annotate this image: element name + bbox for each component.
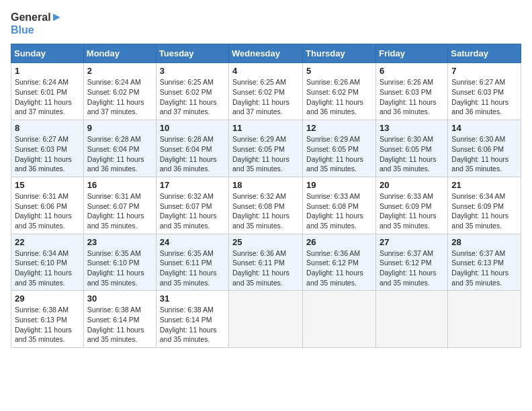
day-detail: Sunrise: 6:31 AMSunset: 6:06 PMDaylight:… [15, 192, 72, 230]
day-detail: Sunrise: 6:30 AMSunset: 6:06 PMDaylight:… [451, 135, 508, 173]
day-number: 28 [451, 237, 517, 247]
calendar-cell: 20 Sunrise: 6:33 AMSunset: 6:09 PMDaylig… [375, 177, 447, 234]
calendar-cell: 8 Sunrise: 6:27 AMSunset: 6:03 PMDayligh… [11, 120, 84, 177]
day-detail: Sunrise: 6:38 AMSunset: 6:14 PMDaylight:… [160, 306, 217, 343]
calendar-cell: 22 Sunrise: 6:34 AMSunset: 6:10 PMDaylig… [11, 234, 84, 291]
day-number: 30 [87, 293, 152, 304]
logo-blue: Blue [11, 24, 62, 36]
calendar-week-row: 8 Sunrise: 6:27 AMSunset: 6:03 PMDayligh… [11, 120, 521, 177]
day-detail: Sunrise: 6:34 AMSunset: 6:10 PMDaylight:… [15, 249, 72, 287]
calendar-cell [229, 291, 303, 348]
day-detail: Sunrise: 6:36 AMSunset: 6:12 PMDaylight:… [306, 249, 363, 287]
day-detail: Sunrise: 6:28 AMSunset: 6:04 PMDaylight:… [87, 135, 144, 173]
col-header-monday: Monday [83, 44, 156, 63]
logo-triangle: ► [51, 10, 63, 24]
day-detail: Sunrise: 6:38 AMSunset: 6:13 PMDaylight:… [15, 306, 72, 343]
day-number: 22 [15, 237, 80, 247]
day-detail: Sunrise: 6:27 AMSunset: 6:03 PMDaylight:… [15, 135, 72, 173]
calendar-cell: 21 Sunrise: 6:34 AMSunset: 6:09 PMDaylig… [448, 177, 521, 234]
day-detail: Sunrise: 6:34 AMSunset: 6:09 PMDaylight:… [451, 192, 508, 230]
day-detail: Sunrise: 6:38 AMSunset: 6:14 PMDaylight:… [87, 306, 144, 343]
calendar-cell: 5 Sunrise: 6:26 AMSunset: 6:02 PMDayligh… [303, 63, 376, 120]
calendar-cell [303, 291, 376, 348]
day-number: 26 [306, 237, 372, 247]
day-detail: Sunrise: 6:29 AMSunset: 6:05 PMDaylight:… [306, 135, 363, 173]
day-detail: Sunrise: 6:33 AMSunset: 6:08 PMDaylight:… [306, 192, 363, 230]
day-number: 4 [232, 66, 299, 76]
day-detail: Sunrise: 6:33 AMSunset: 6:09 PMDaylight:… [380, 192, 437, 230]
day-number: 13 [380, 123, 444, 133]
day-number: 1 [15, 66, 80, 76]
calendar-cell: 26 Sunrise: 6:36 AMSunset: 6:12 PMDaylig… [303, 234, 376, 291]
logo-general: General [11, 11, 51, 23]
calendar-cell [448, 291, 521, 348]
day-number: 24 [160, 237, 225, 247]
day-number: 11 [232, 123, 299, 133]
day-detail: Sunrise: 6:37 AMSunset: 6:13 PMDaylight:… [451, 249, 508, 287]
calendar-cell: 14 Sunrise: 6:30 AMSunset: 6:06 PMDaylig… [448, 120, 521, 177]
day-detail: Sunrise: 6:35 AMSunset: 6:10 PMDaylight:… [87, 249, 144, 287]
calendar-cell: 1 Sunrise: 6:24 AMSunset: 6:01 PMDayligh… [11, 63, 84, 120]
col-header-sunday: Sunday [11, 44, 84, 63]
day-number: 19 [306, 180, 372, 190]
calendar-cell: 2 Sunrise: 6:24 AMSunset: 6:02 PMDayligh… [83, 63, 156, 120]
day-number: 21 [451, 180, 517, 190]
day-detail: Sunrise: 6:32 AMSunset: 6:08 PMDaylight:… [232, 192, 290, 230]
calendar-cell: 29 Sunrise: 6:38 AMSunset: 6:13 PMDaylig… [11, 291, 84, 348]
day-number: 25 [232, 237, 299, 247]
day-detail: Sunrise: 6:32 AMSunset: 6:07 PMDaylight:… [160, 192, 217, 230]
calendar-cell: 27 Sunrise: 6:37 AMSunset: 6:12 PMDaylig… [375, 234, 447, 291]
col-header-tuesday: Tuesday [156, 44, 228, 63]
day-number: 17 [160, 180, 225, 190]
calendar-cell: 24 Sunrise: 6:35 AMSunset: 6:11 PMDaylig… [156, 234, 228, 291]
calendar-cell: 30 Sunrise: 6:38 AMSunset: 6:14 PMDaylig… [83, 291, 156, 348]
page-header: General► Blue [11, 11, 521, 36]
calendar-cell: 10 Sunrise: 6:28 AMSunset: 6:04 PMDaylig… [156, 120, 228, 177]
calendar-cell: 23 Sunrise: 6:35 AMSunset: 6:10 PMDaylig… [83, 234, 156, 291]
day-detail: Sunrise: 6:31 AMSunset: 6:07 PMDaylight:… [87, 192, 144, 230]
calendar-cell: 16 Sunrise: 6:31 AMSunset: 6:07 PMDaylig… [83, 177, 156, 234]
calendar-cell: 9 Sunrise: 6:28 AMSunset: 6:04 PMDayligh… [83, 120, 156, 177]
calendar-cell: 18 Sunrise: 6:32 AMSunset: 6:08 PMDaylig… [229, 177, 303, 234]
calendar-cell: 6 Sunrise: 6:26 AMSunset: 6:03 PMDayligh… [375, 63, 447, 120]
calendar-cell: 28 Sunrise: 6:37 AMSunset: 6:13 PMDaylig… [448, 234, 521, 291]
calendar-table: SundayMondayTuesdayWednesdayThursdayFrid… [11, 44, 521, 348]
calendar-cell: 4 Sunrise: 6:25 AMSunset: 6:02 PMDayligh… [229, 63, 303, 120]
calendar-week-row: 29 Sunrise: 6:38 AMSunset: 6:13 PMDaylig… [11, 291, 521, 348]
col-header-wednesday: Wednesday [229, 44, 303, 63]
day-number: 5 [306, 66, 372, 76]
day-detail: Sunrise: 6:36 AMSunset: 6:11 PMDaylight:… [232, 249, 290, 287]
day-number: 23 [87, 237, 152, 247]
day-detail: Sunrise: 6:35 AMSunset: 6:11 PMDaylight:… [160, 249, 217, 287]
calendar-cell: 31 Sunrise: 6:38 AMSunset: 6:14 PMDaylig… [156, 291, 228, 348]
day-number: 18 [232, 180, 299, 190]
day-number: 10 [160, 123, 225, 133]
calendar-cell: 13 Sunrise: 6:30 AMSunset: 6:05 PMDaylig… [375, 120, 447, 177]
day-number: 7 [451, 66, 517, 76]
day-number: 3 [160, 66, 225, 76]
logo: General► Blue [11, 11, 62, 36]
day-detail: Sunrise: 6:29 AMSunset: 6:05 PMDaylight:… [232, 135, 290, 173]
day-detail: Sunrise: 6:27 AMSunset: 6:03 PMDaylight:… [451, 78, 508, 116]
day-number: 6 [380, 66, 444, 76]
day-detail: Sunrise: 6:24 AMSunset: 6:02 PMDaylight:… [87, 78, 144, 116]
day-detail: Sunrise: 6:25 AMSunset: 6:02 PMDaylight:… [160, 78, 217, 116]
col-header-thursday: Thursday [303, 44, 376, 63]
calendar-cell: 15 Sunrise: 6:31 AMSunset: 6:06 PMDaylig… [11, 177, 84, 234]
calendar-cell: 7 Sunrise: 6:27 AMSunset: 6:03 PMDayligh… [448, 63, 521, 120]
day-detail: Sunrise: 6:37 AMSunset: 6:12 PMDaylight:… [380, 249, 437, 287]
day-number: 2 [87, 66, 152, 76]
day-number: 15 [15, 180, 80, 190]
calendar-cell: 3 Sunrise: 6:25 AMSunset: 6:02 PMDayligh… [156, 63, 228, 120]
calendar-week-row: 15 Sunrise: 6:31 AMSunset: 6:06 PMDaylig… [11, 177, 521, 234]
day-number: 9 [87, 123, 152, 133]
day-detail: Sunrise: 6:28 AMSunset: 6:04 PMDaylight:… [160, 135, 217, 173]
day-detail: Sunrise: 6:24 AMSunset: 6:01 PMDaylight:… [15, 78, 72, 116]
day-detail: Sunrise: 6:26 AMSunset: 6:03 PMDaylight:… [380, 78, 437, 116]
day-number: 8 [15, 123, 80, 133]
day-number: 29 [15, 293, 80, 304]
calendar-cell: 17 Sunrise: 6:32 AMSunset: 6:07 PMDaylig… [156, 177, 228, 234]
calendar-cell: 12 Sunrise: 6:29 AMSunset: 6:05 PMDaylig… [303, 120, 376, 177]
col-header-saturday: Saturday [448, 44, 521, 63]
calendar-cell: 25 Sunrise: 6:36 AMSunset: 6:11 PMDaylig… [229, 234, 303, 291]
